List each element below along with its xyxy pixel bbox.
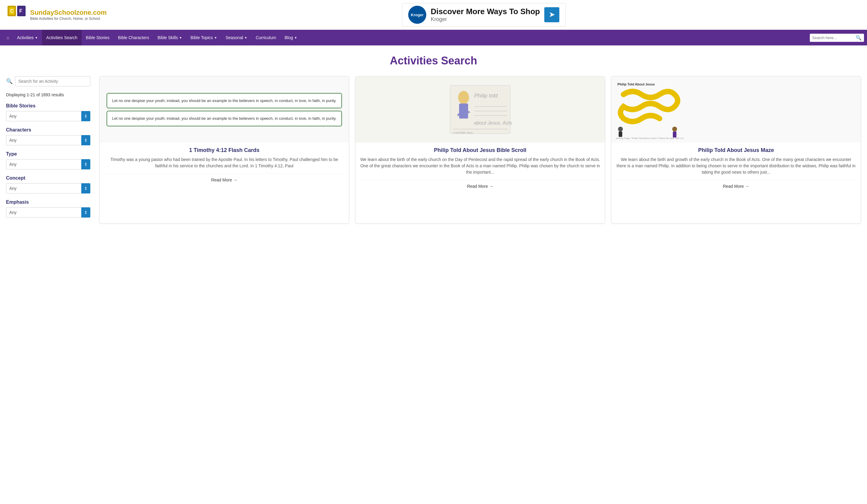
card-maze-link[interactable]: Read More →	[616, 180, 856, 189]
svg-rect-21	[619, 131, 622, 137]
filter-characters-select[interactable]: Any	[6, 135, 90, 145]
filter-bible-stories-label: Bible Stories	[6, 103, 90, 109]
card-maze-description: We learn about the birth and growth of t…	[616, 156, 856, 175]
card-maze: Philip Told About Jesus Activity Page: "…	[611, 76, 861, 223]
filter-bible-stories-select[interactable]: Any	[6, 111, 90, 121]
logo-subtitle: Bible Activities for Church, Home, or Sc…	[30, 17, 107, 21]
ad-banner: Kroger Discover More Ways To Shop Kroger…	[113, 3, 855, 26]
nav-activities-search[interactable]: Activities Search	[42, 30, 82, 45]
nav-bible-skills-label: Bible Skills	[158, 35, 178, 40]
card-flash-cards: Let no one despise your youth; instead, …	[99, 76, 349, 223]
page-title: Activities Search	[6, 54, 861, 67]
nav-items: ⌂ Activities ▼ Activities Search Bible S…	[3, 30, 807, 45]
nav-activities[interactable]: Activities ▼	[13, 30, 42, 45]
nav-bible-characters[interactable]: Bible Characters	[114, 30, 153, 45]
ad-arrow-icon: ➤	[544, 7, 559, 22]
svg-text:F: F	[19, 9, 22, 13]
filter-characters: Characters Any ⇕	[6, 127, 90, 145]
nav-home[interactable]: ⌂	[3, 30, 13, 45]
svg-text:Craft Bible Story: Craft Bible Story	[453, 131, 473, 134]
nav-bible-stories-label: Bible Stories	[86, 35, 109, 40]
filter-characters-label: Characters	[6, 127, 90, 133]
card-scroll: Philip told about Jesus. Acts 8:35 Craft…	[355, 76, 605, 223]
nav-seasonal[interactable]: Seasonal ▼	[221, 30, 251, 45]
card-flash-description: Timothy was a young pastor who had been …	[104, 156, 344, 169]
filter-concept-select-wrapper[interactable]: Any ⇕	[6, 183, 90, 194]
logo-area: C F SundaySchoolzone.com Bible Activitie…	[6, 4, 107, 25]
logo-icon: C F	[6, 4, 27, 25]
nav-bible-topics-label: Bible Topics	[191, 35, 213, 40]
svg-text:Philip told: Philip told	[474, 93, 498, 99]
activity-search-icon: 🔍	[6, 78, 13, 85]
svg-text:about Jesus. Acts 8:35: about Jesus. Acts 8:35	[474, 120, 513, 125]
flash-card-bottom-text: Let no one despise your youth; instead, …	[112, 116, 336, 121]
filter-characters-select-wrapper[interactable]: Any ⇕	[6, 135, 90, 145]
nav-bible-topics-caret: ▼	[214, 36, 217, 40]
filter-concept: Concept Any ⇕	[6, 175, 90, 194]
flash-card-bottom: Let no one despise your youth; instead, …	[107, 111, 342, 127]
nav-search-input[interactable]	[812, 35, 854, 40]
card-scroll-link[interactable]: Read More →	[360, 180, 600, 189]
kroger-logo: Kroger	[408, 6, 426, 24]
nav-curriculum[interactable]: Curriculum	[251, 30, 280, 45]
nav-activities-label: Activities	[17, 35, 33, 40]
results-count: Displaying 1-21 of 1893 results	[6, 92, 90, 97]
filter-concept-label: Concept	[6, 175, 90, 181]
card-maze-body: Philip Told About Jesus Maze We learn ab…	[611, 143, 861, 193]
activity-search-bar[interactable]: 🔍	[6, 76, 90, 86]
filter-type-label: Type	[6, 151, 90, 157]
sidebar: 🔍 Displaying 1-21 of 1893 results Bible …	[6, 76, 90, 223]
filter-concept-select[interactable]: Any	[6, 183, 90, 194]
nav-activities-caret: ▼	[35, 36, 38, 40]
nav-blog-label: Blog	[285, 35, 293, 40]
nav-curriculum-label: Curriculum	[256, 35, 276, 40]
ad-headline: Discover More Ways To Shop	[431, 7, 540, 16]
filter-emphasis-select-wrapper[interactable]: Any ⇕	[6, 207, 90, 218]
filter-type-select-wrapper[interactable]: Any ⇕	[6, 159, 90, 169]
activity-search-input[interactable]	[15, 76, 90, 86]
filter-type: Type Any ⇕	[6, 151, 90, 169]
svg-rect-23	[673, 131, 676, 138]
site-header: C F SundaySchoolzone.com Bible Activitie…	[0, 0, 867, 30]
card-flash-body: 1 Timothy 4:12 Flash Cards Timothy was a…	[100, 143, 349, 187]
svg-text:Activity Page: "Philip Told Ab: Activity Page: "Philip Told About Jesus"…	[616, 137, 684, 140]
nav-bible-stories[interactable]: Bible Stories	[82, 30, 114, 45]
logo-title: SundaySchoolzone.com	[30, 9, 107, 17]
svg-text:Philip Told About Jesus: Philip Told About Jesus	[618, 83, 655, 86]
filter-type-select[interactable]: Any	[6, 159, 90, 169]
filter-emphasis-label: Emphasis	[6, 199, 90, 205]
svg-point-20	[618, 127, 623, 131]
svg-text:C: C	[10, 9, 14, 13]
cards-grid: Let no one despise your youth; instead, …	[99, 76, 861, 223]
card-flash-image: Let no one despise your youth; instead, …	[100, 76, 349, 143]
svg-point-7	[458, 91, 469, 104]
main-nav: ⌂ Activities ▼ Activities Search Bible S…	[0, 30, 867, 45]
flash-card-top-text: Let no one despise your youth; instead, …	[112, 98, 336, 103]
filter-emphasis-select[interactable]: Any	[6, 207, 90, 218]
nav-search-button[interactable]: 🔍	[856, 35, 861, 41]
card-maze-title: Philip Told About Jesus Maze	[616, 147, 856, 153]
content-layout: 🔍 Displaying 1-21 of 1893 results Bible …	[6, 76, 861, 223]
card-scroll-body: Philip Told About Jesus Bible Scroll We …	[355, 143, 605, 193]
nav-blog[interactable]: Blog ▼	[280, 30, 301, 45]
nav-bible-skills[interactable]: Bible Skills ▼	[153, 30, 186, 45]
home-icon: ⌂	[7, 35, 9, 40]
logo-title-text: SundaySchoolzone.com	[30, 9, 107, 16]
ad-inner: Kroger Discover More Ways To Shop Kroger…	[402, 3, 566, 26]
svg-point-22	[672, 127, 677, 131]
flash-card-top: Let no one despise your youth; instead, …	[107, 93, 342, 109]
ad-text-area: Discover More Ways To Shop Kroger	[431, 7, 540, 23]
card-scroll-description: We learn about the birth of the early ch…	[360, 156, 600, 175]
nav-seasonal-label: Seasonal	[225, 35, 243, 40]
main-content: Activities Search 🔍 Displaying 1-21 of 1…	[0, 45, 867, 233]
card-flash-link[interactable]: Read More →	[104, 174, 344, 182]
card-maze-image: Philip Told About Jesus Activity Page: "…	[611, 76, 861, 143]
nav-bible-characters-label: Bible Characters	[118, 35, 149, 40]
nav-blog-caret: ▼	[294, 36, 297, 40]
card-scroll-title: Philip Told About Jesus Bible Scroll	[360, 147, 600, 153]
filter-bible-stories-select-wrapper[interactable]: Any ⇕	[6, 111, 90, 121]
nav-bible-topics[interactable]: Bible Topics ▼	[186, 30, 221, 45]
maze-svg: Philip Told About Jesus Activity Page: "…	[614, 79, 684, 140]
ad-sub: Kroger	[431, 16, 540, 23]
nav-search-bar[interactable]: 🔍	[810, 34, 864, 42]
